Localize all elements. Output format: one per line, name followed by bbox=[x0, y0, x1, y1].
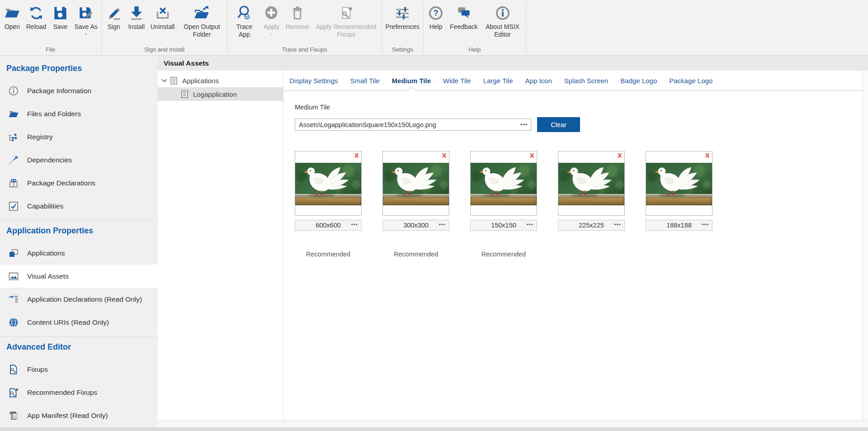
sidebar-item-capabilities[interactable]: Capabilities bbox=[0, 194, 158, 218]
save-as-button[interactable]: Save As ⌄ bbox=[71, 2, 100, 36]
tile-150x150: X 150x150 ••• Recommended bbox=[470, 151, 537, 258]
about-info-icon bbox=[494, 3, 511, 23]
tile-ellipsis-button[interactable]: ••• bbox=[614, 222, 621, 228]
sidebar-item-application-declarations[interactable]: Application Declarations (Read Only) bbox=[0, 288, 158, 311]
remove-button[interactable]: Remove bbox=[283, 2, 311, 32]
help-button[interactable]: ? Help bbox=[425, 2, 447, 32]
remove-asset-x-button[interactable]: X bbox=[618, 152, 622, 159]
apply-dropdown-chevron-icon[interactable]: ⌄ bbox=[269, 31, 274, 35]
app-manifest-scroll-icon bbox=[8, 410, 19, 421]
remove-trash-icon bbox=[289, 3, 306, 23]
sidebar-item-app-manifest[interactable]: App Manifest (Read Only) bbox=[0, 404, 158, 427]
reload-label: Reload bbox=[26, 23, 46, 31]
tab-splash-screen[interactable]: Splash Screen bbox=[564, 77, 609, 85]
sidebar-item-visual-assets[interactable]: Visual Assets bbox=[0, 265, 158, 288]
clear-button[interactable]: Clear bbox=[537, 117, 580, 132]
ribbon-toolbar: Open Reload Save bbox=[0, 0, 868, 56]
sidebar-item-applications[interactable]: Applications bbox=[0, 242, 158, 265]
tile-size-control[interactable]: 150x150 ••• bbox=[470, 220, 537, 231]
dove-preview-image bbox=[558, 163, 624, 205]
ribbon-group-file: Open Reload Save bbox=[1, 0, 100, 55]
sidebar-item-content-uris[interactable]: Content URIs (Read Only) bbox=[0, 311, 158, 334]
tile-previews: X 600x600 ••• Recommended bbox=[295, 151, 863, 258]
install-arrow-icon bbox=[128, 3, 145, 23]
save-label: Save bbox=[53, 23, 67, 31]
globe-icon bbox=[8, 317, 19, 328]
open-button[interactable]: Open bbox=[1, 2, 24, 32]
sidebar-item-files-and-folders[interactable]: Files and Folders bbox=[0, 102, 158, 125]
asset-path-input[interactable] bbox=[295, 121, 517, 128]
feedback-button[interactable]: Feedback bbox=[447, 2, 480, 32]
remove-asset-x-button[interactable]: X bbox=[442, 152, 447, 159]
tile-ellipsis-button[interactable]: ••• bbox=[702, 222, 709, 228]
recommended-label: Recommended bbox=[470, 251, 537, 258]
ribbon-separator bbox=[423, 1, 424, 54]
remove-asset-x-button[interactable]: X bbox=[530, 152, 534, 159]
tile-size-control[interactable]: 600x600 ••• bbox=[295, 220, 362, 231]
tab-badge-logo[interactable]: Badge Logo bbox=[620, 77, 657, 85]
page-title: Visual Assets bbox=[158, 56, 868, 71]
fixups-wrench-icon bbox=[8, 364, 19, 375]
chevron-down-icon[interactable] bbox=[161, 79, 169, 83]
tree-node-logapplication[interactable]: Logapplication bbox=[158, 87, 283, 101]
main-panel: Visual Assets Applications bbox=[158, 56, 868, 427]
save-as-dropdown-chevron-icon[interactable]: ⌄ bbox=[84, 31, 88, 35]
open-output-folder-button[interactable]: Open Output Folder bbox=[177, 2, 226, 39]
horizontal-scrollbar[interactable] bbox=[158, 420, 868, 427]
reload-icon bbox=[28, 3, 45, 23]
vertical-scrollbar[interactable] bbox=[863, 71, 868, 420]
tile-600x600: X 600x600 ••• Recommended bbox=[295, 151, 362, 258]
tile-size-label: 188x188 bbox=[666, 222, 692, 229]
sidebar-item-registry[interactable]: Registry bbox=[0, 125, 158, 148]
remove-asset-x-button[interactable]: X bbox=[705, 152, 710, 159]
info-circle-icon bbox=[8, 85, 19, 96]
package-properties-heading: Package Properties bbox=[0, 59, 158, 79]
applications-tree: Applications Logapplication bbox=[158, 71, 283, 420]
tile-size-label: 150x150 bbox=[491, 222, 516, 229]
save-button[interactable]: Save bbox=[49, 2, 71, 32]
sidebar-item-dependencies[interactable]: Dependencies bbox=[0, 148, 158, 171]
tab-medium-tile[interactable]: Medium Tile bbox=[392, 77, 431, 85]
sidebar-item-fixups[interactable]: Fixups bbox=[0, 358, 158, 381]
sidebar-item-package-declarations[interactable]: Package Declarations bbox=[0, 171, 158, 194]
browse-ellipsis-button[interactable]: ••• bbox=[517, 121, 531, 128]
recommended-fixups-icon bbox=[8, 387, 19, 398]
document-icon bbox=[181, 90, 189, 98]
tile-size-control[interactable]: 300x300 ••• bbox=[382, 220, 449, 231]
recommended-label bbox=[558, 251, 625, 258]
sign-button[interactable]: Sign bbox=[103, 2, 125, 32]
tile-ellipsis-button[interactable]: ••• bbox=[526, 222, 533, 228]
tab-large-tile[interactable]: Large Tile bbox=[483, 77, 513, 85]
tab-small-tile[interactable]: Small Tile bbox=[350, 77, 380, 85]
tile-size-control[interactable]: 188x188 ••• bbox=[646, 220, 712, 231]
tile-size-control[interactable]: 225x225 ••• bbox=[558, 220, 625, 231]
remove-asset-x-button[interactable]: X bbox=[354, 152, 359, 159]
msix-editor-window: Open Reload Save bbox=[0, 0, 868, 431]
tile-ellipsis-button[interactable]: ••• bbox=[351, 222, 358, 228]
about-msix-editor-button[interactable]: About MSIX Editor bbox=[481, 2, 525, 39]
tile-ellipsis-button[interactable]: ••• bbox=[439, 222, 446, 228]
gift-box-icon bbox=[8, 178, 19, 189]
save-as-icon bbox=[77, 3, 94, 23]
uninstall-button[interactable]: Uninstall bbox=[148, 2, 178, 32]
navigation-sidebar: Package Properties Package Information F… bbox=[0, 56, 158, 427]
preferences-button[interactable]: Preferences bbox=[383, 2, 422, 32]
install-button[interactable]: Install bbox=[125, 2, 148, 32]
ribbon-group-trace-fixups-label: Trace and Fixups bbox=[228, 45, 380, 55]
apply-button[interactable]: Apply ⌄ bbox=[260, 2, 283, 36]
apply-recommended-fixups-button[interactable]: Apply Recommended Fixups bbox=[312, 2, 381, 39]
tab-display-settings[interactable]: Display Settings bbox=[289, 77, 338, 85]
tree-node-applications[interactable]: Applications bbox=[158, 74, 283, 87]
svg-text:?: ? bbox=[434, 9, 439, 18]
tab-app-icon[interactable]: App Icon bbox=[525, 77, 552, 85]
tile-size-label: 225x225 bbox=[579, 222, 604, 229]
reload-button[interactable]: Reload bbox=[24, 2, 49, 32]
trace-app-button[interactable]: Trace App bbox=[228, 2, 260, 39]
apply-recommended-fixups-icon bbox=[338, 3, 355, 23]
tab-wide-tile[interactable]: Wide Tile bbox=[443, 77, 471, 85]
tile-300x300: X 300x300 ••• Recommended bbox=[382, 151, 449, 258]
tab-package-logo[interactable]: Package Logo bbox=[669, 77, 712, 85]
sidebar-item-recommended-fixups[interactable]: Recommended Fixups bbox=[0, 381, 158, 404]
sidebar-item-package-information[interactable]: Package Information bbox=[0, 79, 158, 102]
trace-app-label: Trace App bbox=[231, 23, 257, 38]
